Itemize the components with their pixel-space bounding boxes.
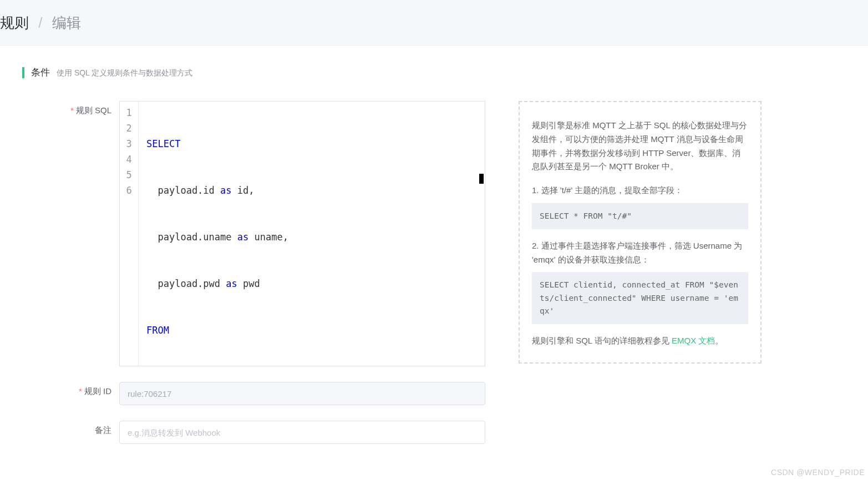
line-number: 5 xyxy=(120,167,138,183)
line-number: 4 xyxy=(120,152,138,167)
row-rule-id: *规则 ID xyxy=(22,382,846,405)
section-desc: 使用 SQL 定义规则条件与数据处理方式 xyxy=(57,68,192,78)
editor-gutter: 1 2 3 4 5 6 xyxy=(120,102,139,366)
required-icon: * xyxy=(70,105,74,115)
info-example-2: SELECT clientid, connected_at FROM "$eve… xyxy=(532,272,748,324)
sql-editor[interactable]: 1 2 3 4 5 6 SELECT payload.id as id, pay… xyxy=(119,101,485,366)
editor-content[interactable]: SELECT payload.id as id, payload.uname a… xyxy=(139,102,485,366)
docs-link[interactable]: EMQX 文档 xyxy=(672,336,715,345)
rule-id-input xyxy=(119,382,485,405)
breadcrumb: 规则 / 编辑 xyxy=(0,0,868,46)
main-card: 条件 使用 SQL 定义规则条件与数据处理方式 *规则 SQL 1 2 3 4 … xyxy=(0,46,868,479)
info-step-2: 2. 通过事件主题选择客户端连接事件，筛选 Username 为 'emqx' … xyxy=(532,239,748,267)
line-number: 1 xyxy=(120,105,138,120)
watermark: CSDN @WENDY_PRIDE xyxy=(771,468,865,477)
label-remark: 备注 xyxy=(22,421,119,444)
info-intro: 规则引擎是标准 MQTT 之上基于 SQL 的核心数据处理与分发组件，可以方便的… xyxy=(532,119,748,174)
breadcrumb-current: 编辑 xyxy=(52,14,81,31)
label-rule-id: *规则 ID xyxy=(22,382,119,405)
breadcrumb-separator: / xyxy=(38,14,42,31)
section-title: 条件 xyxy=(31,66,50,79)
line-number: 2 xyxy=(120,120,138,136)
info-step-1: 1. 选择 't/#' 主题的消息，提取全部字段： xyxy=(532,184,748,198)
info-panel: 规则引擎是标准 MQTT 之上基于 SQL 的核心数据处理与分发组件，可以方便的… xyxy=(519,101,762,364)
row-remark: 备注 xyxy=(22,421,846,444)
line-number: 6 xyxy=(120,183,138,198)
breadcrumb-root[interactable]: 规则 xyxy=(0,14,29,31)
row-sql: *规则 SQL 1 2 3 4 5 6 SELECT payload.id as… xyxy=(22,101,846,366)
info-footer: 规则引擎和 SQL 语句的详细教程参见 EMQX 文档。 xyxy=(532,334,748,348)
info-example-1: SELECT * FROM "t/#" xyxy=(532,203,748,229)
line-number: 3 xyxy=(120,136,138,152)
remark-input[interactable] xyxy=(119,421,485,444)
section-accent-bar xyxy=(22,67,24,78)
required-icon: * xyxy=(79,386,82,396)
section-header: 条件 使用 SQL 定义规则条件与数据处理方式 xyxy=(22,66,846,79)
label-sql: *规则 SQL xyxy=(22,101,119,366)
editor-cursor-icon xyxy=(479,174,484,184)
